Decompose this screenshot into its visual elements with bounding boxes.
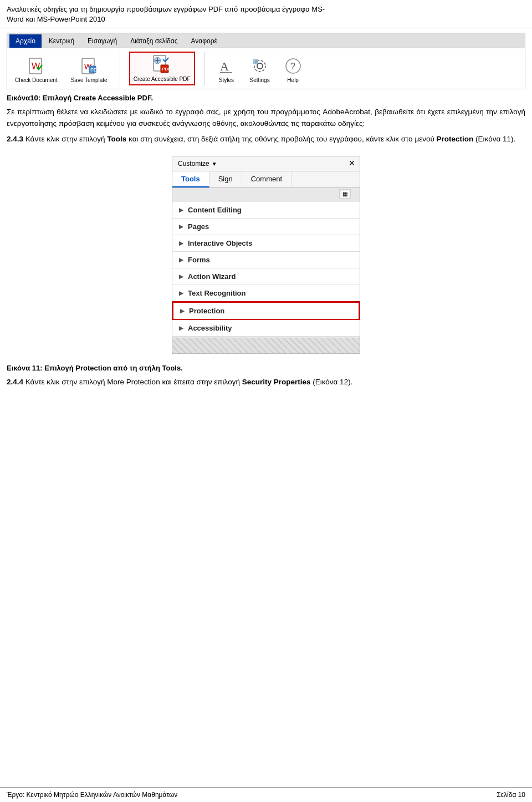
create-pdf-icon: PDF [152, 55, 172, 75]
ribbon-separator-1 [120, 52, 120, 85]
settings-icon: ⚙ [250, 56, 270, 76]
panel-item-label-2: Interactive Objects [188, 239, 252, 247]
step-243-prefix: 2.4.3 [7, 135, 25, 143]
panel-item-label-4: Action Wizard [188, 272, 236, 281]
create-accessible-pdf-button[interactable]: PDF Create Accessible PDF [129, 52, 195, 85]
tab-anafore[interactable]: Αναφορέ [185, 34, 223, 48]
help-label: Help [287, 77, 299, 83]
tab-tools[interactable]: Tools [172, 171, 209, 187]
svg-text:⚙: ⚙ [254, 60, 258, 64]
triangle-icon-5: ▶ [179, 290, 183, 296]
triangle-icon-3: ▶ [179, 257, 183, 263]
footer-left: Έργο: Κεντρικό Μητρώο Ελληνικών Ανοικτών… [7, 791, 177, 799]
svg-text:PDF: PDF [162, 67, 171, 72]
panel-item-accessibility[interactable]: ▶ Accessibility [172, 320, 360, 337]
panel-item-label-7: Accessibility [188, 324, 232, 332]
step-244-prefix: 2.4.4 [7, 378, 25, 386]
close-icon[interactable]: ✕ [349, 159, 355, 167]
tab-eisagwgh[interactable]: Εισαγωγή [81, 34, 123, 48]
figure10-caption: Εικόνα10: Επιλογή Create Accessible PDF. [7, 94, 525, 102]
panel-items-list: ▶ Content Editing ▶ Pages ▶ Interactive … [172, 201, 360, 338]
tools-panel: ✕ Customize ▼ Tools Sign Comment ▦ ▶ Con… [172, 156, 360, 354]
customize-arrow-icon: ▼ [212, 161, 217, 167]
step-243: 2.4.3 Κάντε κλικ στην επιλογή Tools και … [7, 134, 525, 145]
styles-label: Styles [219, 77, 234, 83]
triangle-icon-1: ▶ [179, 224, 183, 230]
tab-kentrikh[interactable]: Κεντρική [43, 34, 80, 48]
tab-comment[interactable]: Comment [242, 171, 291, 187]
panel-tabs: Tools Sign Comment [172, 171, 360, 188]
panel-item-label-1: Pages [188, 222, 209, 231]
tab-sign[interactable]: Sign [209, 171, 242, 187]
save-template-button[interactable]: W PDF Save Template [68, 54, 111, 85]
panel-hatch [172, 338, 360, 353]
ribbon-body: W Check Document W PDF Save Template [7, 48, 525, 89]
triangle-icon-6: ▶ [180, 308, 185, 314]
help-button[interactable]: ? Help [280, 54, 306, 85]
panel-item-label-5: Text Recognition [188, 289, 245, 297]
ribbon-tabs: Αρχείο Κεντρική Εισαγωγή Διάταξη σελίδας… [7, 33, 525, 48]
panel-item-action-wizard[interactable]: ▶ Action Wizard [172, 268, 360, 285]
svg-text:PDF: PDF [90, 67, 98, 73]
panel-item-text-recognition[interactable]: ▶ Text Recognition [172, 285, 360, 302]
panel-item-interactive-objects[interactable]: ▶ Interactive Objects [172, 235, 360, 252]
page-footer: Έργο: Κεντρικό Μητρώο Ελληνικών Ανοικτών… [0, 787, 532, 802]
styles-button[interactable]: A Styles [213, 54, 240, 85]
panel-item-content-editing[interactable]: ▶ Content Editing [172, 202, 360, 219]
check-document-button[interactable]: W Check Document [12, 54, 61, 85]
save-icon: W PDF [79, 56, 99, 76]
customize-label: Customize [178, 160, 209, 167]
tab-diataxh[interactable]: Διάταξη σελίδας [124, 34, 183, 48]
save-template-label: Save Template [71, 77, 108, 83]
tools-panel-container: ✕ Customize ▼ Tools Sign Comment ▦ ▶ Con… [0, 150, 532, 359]
check-document-label: Check Document [15, 77, 58, 83]
help-icon: ? [283, 56, 303, 76]
styles-icon: A [217, 56, 237, 76]
create-accessible-pdf-label: Create Accessible PDF [134, 76, 191, 82]
panel-item-label-6: Protection [189, 307, 224, 315]
panel-item-pages[interactable]: ▶ Pages [172, 219, 360, 235]
svg-text:A: A [220, 59, 229, 73]
panel-item-protection[interactable]: ▶ Protection [172, 302, 360, 320]
ribbon: Αρχείο Κεντρική Εισαγωγή Διάταξη σελίδας… [7, 33, 525, 89]
triangle-icon-4: ▶ [179, 273, 183, 280]
svg-point-14 [257, 63, 263, 69]
paragraph1: Σε περίπτωση θέλετε να κλειδώσετε με κωδ… [7, 106, 525, 129]
ribbon-separator-2 [204, 52, 204, 85]
settings-button[interactable]: ⚙ Settings [247, 54, 273, 85]
panel-item-label-0: Content Editing [188, 206, 242, 214]
triangle-icon-2: ▶ [179, 240, 183, 246]
page-header: Αναλυτικές οδηγίες για τη δημιουργία προ… [0, 0, 532, 28]
check-icon: W [26, 56, 46, 76]
triangle-icon-7: ▶ [179, 325, 183, 331]
panel-item-forms[interactable]: ▶ Forms [172, 252, 360, 268]
triangle-icon-0: ▶ [179, 207, 183, 213]
tab-archeia[interactable]: Αρχείο [9, 34, 42, 48]
page-title: Αναλυτικές οδηγίες για τη δημιουργία προ… [7, 4, 525, 24]
grid-view-button[interactable]: ▦ [339, 189, 351, 199]
panel-item-label-3: Forms [188, 256, 210, 264]
footer-right: Σελίδα 10 [497, 791, 525, 799]
step-244: 2.4.4 Κάντε κλικ στην επιλογή More Prote… [7, 377, 525, 388]
panel-header-row: ▦ [172, 188, 360, 201]
figure11-caption: Εικόνα 11: Επιλογή Protection από τη στή… [7, 364, 525, 372]
svg-text:?: ? [290, 62, 295, 71]
settings-label: Settings [250, 77, 270, 83]
customize-bar: Customize ▼ [172, 156, 360, 171]
